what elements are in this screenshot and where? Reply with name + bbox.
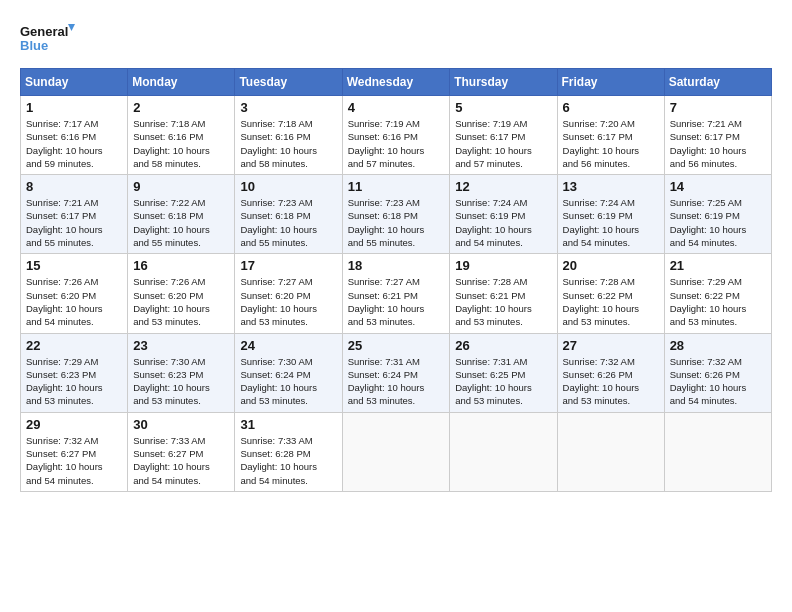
day-cell-content: Sunrise: 7:29 AM Sunset: 6:23 PM Dayligh…: [26, 355, 122, 408]
logo: General Blue: [20, 20, 75, 58]
day-cell-content: Sunrise: 7:27 AM Sunset: 6:21 PM Dayligh…: [348, 275, 445, 328]
day-number: 22: [26, 338, 122, 353]
svg-marker-2: [68, 24, 75, 31]
day-cell-content: Sunrise: 7:23 AM Sunset: 6:18 PM Dayligh…: [240, 196, 336, 249]
day-cell: 30Sunrise: 7:33 AM Sunset: 6:27 PM Dayli…: [128, 412, 235, 491]
day-cell: 7Sunrise: 7:21 AM Sunset: 6:17 PM Daylig…: [664, 96, 771, 175]
day-cell: 26Sunrise: 7:31 AM Sunset: 6:25 PM Dayli…: [450, 333, 557, 412]
day-number: 25: [348, 338, 445, 353]
day-cell-content: Sunrise: 7:26 AM Sunset: 6:20 PM Dayligh…: [26, 275, 122, 328]
weekday-tuesday: Tuesday: [235, 69, 342, 96]
day-number: 23: [133, 338, 229, 353]
day-cell-content: Sunrise: 7:26 AM Sunset: 6:20 PM Dayligh…: [133, 275, 229, 328]
day-cell: 20Sunrise: 7:28 AM Sunset: 6:22 PM Dayli…: [557, 254, 664, 333]
weekday-header-row: SundayMondayTuesdayWednesdayThursdayFrid…: [21, 69, 772, 96]
day-cell-content: Sunrise: 7:33 AM Sunset: 6:27 PM Dayligh…: [133, 434, 229, 487]
week-row-1: 1Sunrise: 7:17 AM Sunset: 6:16 PM Daylig…: [21, 96, 772, 175]
day-cell-content: Sunrise: 7:18 AM Sunset: 6:16 PM Dayligh…: [240, 117, 336, 170]
day-cell-content: Sunrise: 7:24 AM Sunset: 6:19 PM Dayligh…: [455, 196, 551, 249]
calendar: SundayMondayTuesdayWednesdayThursdayFrid…: [20, 68, 772, 492]
day-cell-content: Sunrise: 7:22 AM Sunset: 6:18 PM Dayligh…: [133, 196, 229, 249]
day-cell-content: Sunrise: 7:28 AM Sunset: 6:22 PM Dayligh…: [563, 275, 659, 328]
day-cell: 27Sunrise: 7:32 AM Sunset: 6:26 PM Dayli…: [557, 333, 664, 412]
day-number: 12: [455, 179, 551, 194]
day-cell: 23Sunrise: 7:30 AM Sunset: 6:23 PM Dayli…: [128, 333, 235, 412]
day-number: 17: [240, 258, 336, 273]
day-number: 21: [670, 258, 766, 273]
day-number: 16: [133, 258, 229, 273]
day-number: 15: [26, 258, 122, 273]
day-number: 24: [240, 338, 336, 353]
day-cell: 28Sunrise: 7:32 AM Sunset: 6:26 PM Dayli…: [664, 333, 771, 412]
weekday-thursday: Thursday: [450, 69, 557, 96]
day-cell-content: Sunrise: 7:18 AM Sunset: 6:16 PM Dayligh…: [133, 117, 229, 170]
day-cell: 16Sunrise: 7:26 AM Sunset: 6:20 PM Dayli…: [128, 254, 235, 333]
day-cell: [342, 412, 450, 491]
day-number: 1: [26, 100, 122, 115]
day-cell-content: Sunrise: 7:32 AM Sunset: 6:27 PM Dayligh…: [26, 434, 122, 487]
day-cell: [557, 412, 664, 491]
day-cell: 14Sunrise: 7:25 AM Sunset: 6:19 PM Dayli…: [664, 175, 771, 254]
day-number: 11: [348, 179, 445, 194]
day-cell-content: Sunrise: 7:19 AM Sunset: 6:16 PM Dayligh…: [348, 117, 445, 170]
day-cell: 17Sunrise: 7:27 AM Sunset: 6:20 PM Dayli…: [235, 254, 342, 333]
day-cell: 19Sunrise: 7:28 AM Sunset: 6:21 PM Dayli…: [450, 254, 557, 333]
day-number: 3: [240, 100, 336, 115]
day-cell-content: Sunrise: 7:30 AM Sunset: 6:24 PM Dayligh…: [240, 355, 336, 408]
logo-svg: General Blue: [20, 20, 75, 58]
day-number: 13: [563, 179, 659, 194]
day-number: 20: [563, 258, 659, 273]
day-cell: 4Sunrise: 7:19 AM Sunset: 6:16 PM Daylig…: [342, 96, 450, 175]
day-cell-content: Sunrise: 7:25 AM Sunset: 6:19 PM Dayligh…: [670, 196, 766, 249]
day-cell: 24Sunrise: 7:30 AM Sunset: 6:24 PM Dayli…: [235, 333, 342, 412]
day-cell: 3Sunrise: 7:18 AM Sunset: 6:16 PM Daylig…: [235, 96, 342, 175]
day-cell-content: Sunrise: 7:33 AM Sunset: 6:28 PM Dayligh…: [240, 434, 336, 487]
day-cell: 25Sunrise: 7:31 AM Sunset: 6:24 PM Dayli…: [342, 333, 450, 412]
day-cell: 8Sunrise: 7:21 AM Sunset: 6:17 PM Daylig…: [21, 175, 128, 254]
day-number: 10: [240, 179, 336, 194]
day-cell: 15Sunrise: 7:26 AM Sunset: 6:20 PM Dayli…: [21, 254, 128, 333]
week-row-4: 22Sunrise: 7:29 AM Sunset: 6:23 PM Dayli…: [21, 333, 772, 412]
day-cell: 29Sunrise: 7:32 AM Sunset: 6:27 PM Dayli…: [21, 412, 128, 491]
week-row-2: 8Sunrise: 7:21 AM Sunset: 6:17 PM Daylig…: [21, 175, 772, 254]
day-cell: 1Sunrise: 7:17 AM Sunset: 6:16 PM Daylig…: [21, 96, 128, 175]
day-cell-content: Sunrise: 7:20 AM Sunset: 6:17 PM Dayligh…: [563, 117, 659, 170]
weekday-saturday: Saturday: [664, 69, 771, 96]
day-cell: 6Sunrise: 7:20 AM Sunset: 6:17 PM Daylig…: [557, 96, 664, 175]
day-number: 9: [133, 179, 229, 194]
day-cell: 9Sunrise: 7:22 AM Sunset: 6:18 PM Daylig…: [128, 175, 235, 254]
svg-text:Blue: Blue: [20, 38, 48, 53]
day-number: 8: [26, 179, 122, 194]
day-cell: 21Sunrise: 7:29 AM Sunset: 6:22 PM Dayli…: [664, 254, 771, 333]
day-number: 27: [563, 338, 659, 353]
weekday-wednesday: Wednesday: [342, 69, 450, 96]
day-number: 28: [670, 338, 766, 353]
day-cell-content: Sunrise: 7:28 AM Sunset: 6:21 PM Dayligh…: [455, 275, 551, 328]
day-number: 30: [133, 417, 229, 432]
week-row-5: 29Sunrise: 7:32 AM Sunset: 6:27 PM Dayli…: [21, 412, 772, 491]
svg-text:General: General: [20, 24, 68, 39]
day-number: 18: [348, 258, 445, 273]
week-row-3: 15Sunrise: 7:26 AM Sunset: 6:20 PM Dayli…: [21, 254, 772, 333]
day-cell-content: Sunrise: 7:31 AM Sunset: 6:25 PM Dayligh…: [455, 355, 551, 408]
day-number: 5: [455, 100, 551, 115]
day-number: 19: [455, 258, 551, 273]
day-cell: [450, 412, 557, 491]
day-cell-content: Sunrise: 7:21 AM Sunset: 6:17 PM Dayligh…: [670, 117, 766, 170]
day-cell: 18Sunrise: 7:27 AM Sunset: 6:21 PM Dayli…: [342, 254, 450, 333]
day-cell: 10Sunrise: 7:23 AM Sunset: 6:18 PM Dayli…: [235, 175, 342, 254]
day-cell-content: Sunrise: 7:21 AM Sunset: 6:17 PM Dayligh…: [26, 196, 122, 249]
day-number: 4: [348, 100, 445, 115]
day-cell: 12Sunrise: 7:24 AM Sunset: 6:19 PM Dayli…: [450, 175, 557, 254]
day-number: 14: [670, 179, 766, 194]
day-cell-content: Sunrise: 7:27 AM Sunset: 6:20 PM Dayligh…: [240, 275, 336, 328]
day-cell: 31Sunrise: 7:33 AM Sunset: 6:28 PM Dayli…: [235, 412, 342, 491]
page-header: General Blue: [20, 20, 772, 58]
day-cell-content: Sunrise: 7:29 AM Sunset: 6:22 PM Dayligh…: [670, 275, 766, 328]
day-cell-content: Sunrise: 7:31 AM Sunset: 6:24 PM Dayligh…: [348, 355, 445, 408]
weekday-friday: Friday: [557, 69, 664, 96]
day-cell-content: Sunrise: 7:32 AM Sunset: 6:26 PM Dayligh…: [563, 355, 659, 408]
day-cell: 22Sunrise: 7:29 AM Sunset: 6:23 PM Dayli…: [21, 333, 128, 412]
day-cell-content: Sunrise: 7:24 AM Sunset: 6:19 PM Dayligh…: [563, 196, 659, 249]
day-number: 6: [563, 100, 659, 115]
